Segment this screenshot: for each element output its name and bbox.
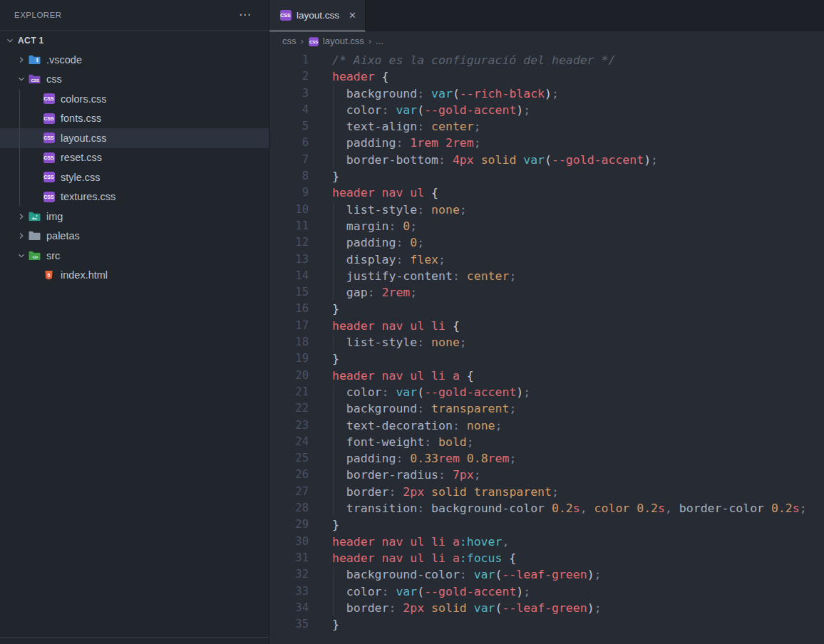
tree-item-img[interactable]: img [0, 207, 269, 227]
code-line[interactable]: 18 list-style: none; [269, 334, 824, 350]
tree-item--vscode[interactable]: .vscode [0, 50, 269, 70]
code-line[interactable]: 5 text-align: center; [269, 118, 824, 135]
tree-item-css[interactable]: CSScss [0, 70, 269, 90]
close-icon[interactable]: ✕ [349, 10, 356, 21]
breadcrumb-item-2[interactable]: ... [376, 36, 383, 46]
css-file-icon: CSS [43, 172, 55, 183]
line-number: 11 [269, 218, 309, 234]
code-line[interactable]: 23 text-decoration: none; [269, 417, 824, 434]
folder-icon [29, 230, 41, 242]
tree-item-reset-css[interactable]: CSSreset.css [0, 148, 269, 168]
breadcrumb-item-0[interactable]: css [282, 36, 297, 46]
breadcrumb: css›CSSlayout.css›... [269, 31, 824, 51]
indent-guide [333, 334, 334, 350]
indent-guide [333, 583, 334, 600]
line-number: 1 [269, 52, 309, 68]
code-line[interactable]: 32 background-color: var(--leaf-green); [269, 566, 824, 583]
chevron-down-icon [4, 35, 16, 46]
code-line[interactable]: 9header nav ul { [269, 185, 824, 201]
line-number: 17 [269, 318, 309, 334]
indent-guide [19, 148, 20, 168]
file-tree: .vscodeCSScssCSScolors.cssCSSfonts.cssCS… [0, 50, 269, 285]
code-line[interactable]: 22 background: transparent; [269, 400, 824, 417]
code-line[interactable]: 3 background: var(--rich-black); [269, 85, 824, 102]
indent-guide [19, 89, 20, 109]
tree-item-paletas[interactable]: paletas [0, 227, 269, 246]
code-line[interactable]: 12 padding: 0; [269, 234, 824, 251]
code-line[interactable]: 21 color: var(--gold-accent); [269, 384, 824, 400]
css-file-icon: CSS [43, 152, 55, 163]
code-line[interactable]: 26 border-radius: 7px; [269, 467, 824, 483]
code-line[interactable]: 20header nav ul li a { [269, 368, 824, 384]
line-number: 24 [269, 434, 309, 450]
code-line[interactable]: 30header nav ul li a:hover, [269, 534, 824, 550]
indent-guide [333, 268, 334, 284]
line-number: 9 [269, 185, 309, 201]
chevron-down-icon [16, 73, 27, 85]
more-actions-icon[interactable]: ⋯ [239, 11, 252, 19]
tree-item-colors-css[interactable]: CSScolors.css [0, 89, 269, 109]
code-line[interactable]: 7 border-bottom: 4px solid var(--gold-ac… [269, 152, 824, 168]
tree-item-fonts-css[interactable]: CSSfonts.css [0, 109, 269, 129]
indent-guide [333, 102, 334, 118]
tree-item-textures-css[interactable]: CSStextures.css [0, 187, 269, 207]
line-number: 7 [269, 152, 309, 168]
code-line[interactable]: 29} [269, 516, 824, 533]
breadcrumb-item-1[interactable]: CSSlayout.css [308, 35, 364, 47]
code-line[interactable]: 33 color: var(--gold-accent); [269, 583, 824, 600]
line-number: 6 [269, 135, 309, 151]
chevron-right-icon: › [369, 36, 371, 46]
img-folder-icon [29, 211, 41, 222]
line-number: 2 [269, 68, 309, 85]
line-number: 23 [269, 417, 309, 434]
line-number: 29 [269, 516, 309, 533]
tree-item-label: .vscode [46, 54, 82, 66]
svg-text:CSS: CSS [31, 78, 39, 83]
chevron-right-icon: › [301, 36, 304, 46]
code-line[interactable]: 6 padding: 1rem 2rem; [269, 135, 824, 151]
code-line[interactable]: 35} [269, 616, 824, 633]
code-line[interactable]: 10 list-style: none; [269, 202, 824, 218]
code-line[interactable]: 15 gap: 2rem; [269, 284, 824, 301]
code-line[interactable]: 19} [269, 350, 824, 367]
tree-item-src[interactable]: </>src [0, 246, 269, 266]
indent-guide [333, 434, 334, 450]
code-line[interactable]: 17header nav ul li { [269, 318, 824, 334]
project-section-header[interactable]: ACT 1 [0, 30, 269, 50]
code-line[interactable]: 28 transition: background-color 0.2s, co… [269, 500, 824, 516]
outline-section-header[interactable]: OUTLINE [0, 637, 269, 644]
tree-item-style-css[interactable]: CSSstyle.css [0, 167, 269, 187]
code-line[interactable]: 2header { [269, 68, 824, 85]
tab-bar: CSS layout.css ✕ [269, 0, 824, 31]
chevron-right-icon [16, 230, 27, 242]
explorer-sidebar: EXPLORER ⋯ ACT 1 .vscodeCSScssCSScolors.… [0, 0, 269, 644]
tab-layout-css[interactable]: CSS layout.css ✕ [269, 0, 366, 31]
tree-item-label: colors.css [61, 93, 106, 105]
code-editor[interactable]: 1/* Aixo es la configuració del header *… [269, 51, 824, 644]
code-line[interactable]: 25 padding: 0.33rem 0.8rem; [269, 450, 824, 467]
tree-item-layout-css[interactable]: CSSlayout.css [0, 128, 269, 148]
code-line[interactable]: 13 display: flex; [269, 251, 824, 268]
code-line[interactable]: 8} [269, 168, 824, 185]
line-number: 21 [269, 384, 309, 400]
line-number: 4 [269, 102, 309, 118]
explorer-header: EXPLORER ⋯ [0, 0, 269, 30]
tree-item-label: reset.css [61, 152, 102, 163]
code-line[interactable]: 1/* Aixo es la configuració del header *… [269, 52, 824, 68]
indent-guide [333, 218, 334, 234]
code-line[interactable]: 16} [269, 301, 824, 317]
tree-item-index-html[interactable]: 5index.html [0, 266, 269, 286]
line-number: 31 [269, 550, 309, 566]
code-line[interactable]: 27 border: 2px solid transparent; [269, 484, 824, 500]
indent-guide [333, 152, 334, 168]
tree-item-label: css [46, 73, 62, 85]
code-line[interactable]: 4 color: var(--gold-accent); [269, 102, 824, 118]
line-number: 5 [269, 118, 309, 135]
code-line[interactable]: 11 margin: 0; [269, 218, 824, 234]
css-file-icon: CSS [43, 113, 55, 124]
indent-guide [333, 600, 334, 616]
code-line[interactable]: 14 justify-content: center; [269, 268, 824, 284]
code-line[interactable]: 31header nav ul li a:focus { [269, 550, 824, 566]
code-line[interactable]: 34 border: 2px solid var(--leaf-green); [269, 600, 824, 616]
code-line[interactable]: 24 font-weight: bold; [269, 434, 824, 450]
